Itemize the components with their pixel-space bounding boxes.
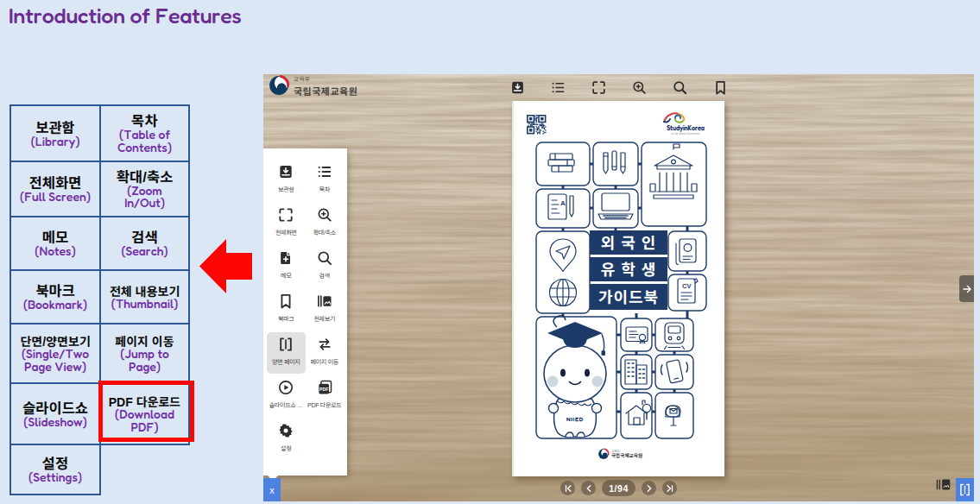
- sidebar-item-label: 북마크: [278, 314, 294, 323]
- play-icon: [277, 379, 294, 396]
- book-page[interactable]: StudyinKorea run by Korean Government A …: [512, 101, 724, 476]
- red-arrow: [199, 239, 252, 293]
- fullscreen-icon: [277, 206, 294, 224]
- zoomin-icon: [316, 206, 333, 224]
- sidebar-item-bookmark[interactable]: 북마크: [267, 289, 306, 331]
- next-page-tab[interactable]: [959, 275, 974, 302]
- table-cell: 전체 내용보기(Thumbnail): [101, 271, 190, 324]
- prev-page-button[interactable]: [581, 481, 596, 495]
- page-view-toggle-button[interactable]: [956, 478, 974, 501]
- sidebar-item-label: 전체보기: [313, 314, 335, 323]
- sidebar-item-label: 검색: [319, 271, 330, 280]
- two-page-view-icon: [959, 483, 971, 496]
- table-cell: 전체화면(Full Screen): [11, 162, 101, 217]
- logo-text: 교육부 국립국제교육원: [294, 74, 357, 98]
- sidebar-item-label: 설정: [281, 444, 291, 452]
- logo-ministry: 교육부: [294, 74, 357, 83]
- table-cell: 슬라이드쇼(Slideshow): [11, 384, 101, 445]
- feature-english-label: (Slideshow): [23, 416, 86, 429]
- sidebar-item-label: 페이지 이동: [311, 357, 338, 366]
- slide: { "slide": { "title": "Introduction of F…: [0, 0, 980, 504]
- mascot: NIIED: [544, 316, 606, 437]
- table-cell: 북마크(Bookmark): [11, 271, 101, 324]
- page-indicator[interactable]: 1/94: [602, 480, 635, 496]
- sidebar-item-label: 목차: [319, 185, 330, 193]
- pdf-icon: PDF: [316, 379, 333, 396]
- sidebar-item-search[interactable]: 검색: [306, 246, 345, 287]
- chevron-left-icon: [585, 484, 593, 493]
- feature-english-label: (Zoom In/Out): [108, 185, 182, 210]
- sidebar-item-list[interactable]: 목차: [306, 160, 345, 201]
- thumbnail-strip-button[interactable]: [936, 478, 951, 495]
- table-cell: 단면/양면보기(Single/Two Page View): [11, 324, 101, 384]
- toolbar-list-button[interactable]: [548, 78, 567, 97]
- page-indicator-text: 1/94: [609, 483, 628, 494]
- sidebar-item-archive[interactable]: 보관함: [267, 160, 306, 201]
- toolbar-zoomin-button[interactable]: [630, 78, 649, 97]
- sidebar-close-button[interactable]: x: [263, 478, 281, 501]
- first-page-icon: [564, 484, 572, 493]
- thumbnail-strip-icon: [936, 478, 951, 491]
- last-page-icon: [666, 484, 674, 493]
- book-cover-art: StudyinKorea run by Korean Government A …: [514, 101, 726, 476]
- table-cell: 목차(Table of Contents): [101, 106, 190, 162]
- svg-text:PDF: PDF: [319, 387, 328, 392]
- sidebar-item-gear[interactable]: 설정: [267, 419, 306, 460]
- feature-english-label: (Library): [31, 135, 80, 148]
- cover-title-line: 가이드북: [598, 285, 659, 307]
- thumbs-icon: [316, 293, 333, 310]
- archive-icon: [277, 163, 294, 180]
- sidebar-item-fullscreen[interactable]: 전체화면: [267, 203, 306, 244]
- archive-icon: [509, 79, 526, 96]
- feature-english-label: (Search): [121, 245, 168, 258]
- note-icon: [277, 249, 294, 267]
- feature-english-label: (Thumbnail): [111, 298, 178, 311]
- sidebar-item-label: 보관함: [278, 185, 294, 193]
- svg-text:A: A: [560, 199, 566, 207]
- feature-english-label: (Settings): [28, 471, 82, 484]
- bookmark-icon: [712, 79, 729, 96]
- list-icon: [550, 79, 566, 96]
- cover-title-line: 외 국 인: [601, 230, 657, 253]
- svg-text:국립국제교육원: 국립국제교육원: [611, 452, 642, 459]
- toolbar-fullscreen-button[interactable]: [589, 78, 608, 97]
- close-label: x: [269, 485, 275, 495]
- sidebar-item-thumbs[interactable]: 전체보기: [306, 289, 345, 331]
- search-icon: [672, 79, 688, 96]
- next-page-button[interactable]: [642, 481, 656, 495]
- fullscreen-icon: [591, 79, 607, 96]
- cover-footer-logo: 교육부 국립국제교육원: [598, 449, 642, 459]
- viewer-logo: 교육부 국립국제교육원: [269, 74, 357, 98]
- sidebar-item-label: 메모: [281, 271, 291, 280]
- sidebar-item-play[interactable]: 슬라이드쇼 …: [267, 375, 306, 417]
- sidebar-item-label: 슬라이드쇼 …: [269, 400, 303, 409]
- toolbar-archive-button[interactable]: [508, 78, 527, 97]
- search-icon: [316, 249, 333, 267]
- viewer-toolbar: [508, 78, 730, 97]
- studyinkorea-logo: StudyinKorea run by Korean Government: [664, 113, 705, 135]
- feature-english-label: (Single/Two Page View): [18, 348, 92, 373]
- svg-text:StudyinKorea: StudyinKorea: [667, 124, 705, 132]
- bookmark-icon: [277, 293, 294, 310]
- sidebar-item-zoomin[interactable]: 확대/축소: [306, 203, 345, 244]
- chevron-right-icon: [645, 484, 654, 493]
- highlight-box: [98, 381, 194, 442]
- viewer-sidebar: 보관함목차전체화면확대/축소메모검색북마크전체보기양면 페이지페이지 이동슬라이…: [263, 148, 347, 476]
- sidebar-item-twopage[interactable]: 양면 페이지: [267, 332, 306, 374]
- first-page-button[interactable]: [560, 481, 575, 495]
- feature-english-label: (Notes): [35, 245, 75, 258]
- jump-icon: [316, 336, 333, 353]
- toolbar-bookmark-button[interactable]: [711, 78, 730, 97]
- sidebar-item-pdf[interactable]: PDFPDF 다운로드: [306, 375, 345, 417]
- sidebar-item-label: PDF 다운로드: [307, 400, 341, 409]
- last-page-button[interactable]: [662, 481, 677, 495]
- feature-english-label: (Jump to Page): [108, 348, 182, 373]
- svg-text:run by Korean Government: run by Korean Government: [671, 132, 700, 135]
- gear-icon: [277, 422, 294, 439]
- sidebar-item-jump[interactable]: 페이지 이동: [306, 332, 345, 374]
- sidebar-item-note[interactable]: 메모: [267, 246, 306, 287]
- feature-english-label: (Table of Contents): [108, 129, 182, 154]
- toolbar-search-button[interactable]: [671, 78, 690, 97]
- feature-korean-label: 슬라이드쇼: [22, 400, 88, 416]
- table-cell: 확대/축소(Zoom In/Out): [101, 162, 190, 217]
